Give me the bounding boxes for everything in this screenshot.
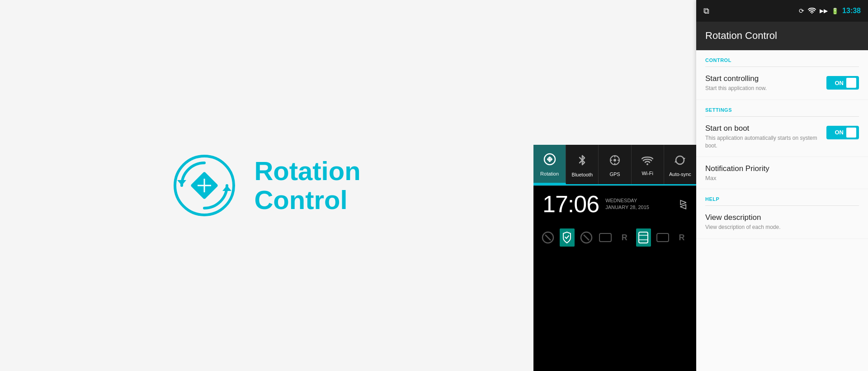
wifi-qs-icon — [642, 155, 653, 168]
autosync-qs-icon — [674, 154, 686, 169]
notif-icon-4 — [598, 228, 613, 247]
phone-section: Rotation Bluetooth — [533, 0, 696, 371]
rotation-qs-icon — [543, 153, 556, 168]
help-section: HELP View description View description o… — [696, 189, 868, 239]
clock-section: 17:06 WEDNESDAY JANUARY 28, 2015 ⧎ — [533, 186, 696, 222]
svg-point-11 — [613, 159, 616, 162]
notif-icon-8: R — [675, 228, 689, 247]
qs-wifi[interactable]: Wi-Fi — [632, 145, 664, 184]
svg-rect-23 — [599, 233, 611, 242]
view-description-text: View description View description of eac… — [705, 213, 859, 231]
start-on-boot-item[interactable]: Start on boot This application automatic… — [696, 117, 868, 157]
svg-point-16 — [646, 163, 648, 165]
status-left-icons: ⧉ — [703, 6, 709, 16]
notif-icon-7 — [656, 228, 670, 247]
toggle-knob-1 — [846, 78, 856, 88]
notif-icon-2 — [560, 228, 574, 247]
svg-marker-17 — [683, 158, 685, 160]
start-controlling-item[interactable]: Start controlling Start this application… — [696, 67, 868, 100]
start-controlling-title: Start controlling — [705, 74, 819, 83]
settings-section-label: SETTINGS — [696, 100, 868, 116]
start-on-boot-title: Start on boot — [705, 124, 819, 133]
clock-time: 17:06 — [542, 190, 599, 218]
notification-priority-title: Notification Priority — [705, 164, 852, 173]
quick-settings-bar: Rotation Bluetooth — [533, 145, 696, 184]
signal-icon: ▶▶ — [820, 8, 828, 14]
gps-qs-icon — [609, 154, 621, 169]
svg-marker-1 — [177, 180, 186, 186]
start-on-boot-toggle[interactable]: ON — [826, 126, 859, 139]
clock-date: WEDNESDAY JANUARY 28, 2015 — [605, 197, 649, 211]
wifi-status-icon — [808, 7, 816, 15]
svg-rect-27 — [657, 233, 669, 242]
svg-marker-2 — [222, 186, 231, 191]
app-title-bar: Rotation Control — [696, 22, 868, 50]
logo-text: Rotation Control — [254, 157, 360, 214]
start-on-boot-desc: This application automatically starts on… — [705, 134, 819, 150]
settings-panel: ⧉ ⟳ ▶▶ 🔋 13:38 Rotation Control CONTROL — [696, 0, 868, 371]
qs-bluetooth[interactable]: Bluetooth — [566, 145, 599, 184]
qs-gps-label: GPS — [609, 171, 620, 177]
qs-rotation-label: Rotation — [540, 171, 559, 176]
qs-wifi-label: Wi-Fi — [642, 171, 653, 176]
svg-marker-18 — [675, 160, 677, 162]
settings-section: SETTINGS Start on boot This application … — [696, 100, 868, 190]
start-controlling-toggle[interactable]: ON — [826, 76, 859, 90]
view-description-title: View description — [705, 213, 852, 222]
start-on-boot-text: Start on boot This application automatic… — [705, 124, 826, 150]
notif-icon-6 — [636, 228, 651, 247]
clock-adjust-icon[interactable]: ⧎ — [679, 198, 687, 210]
svg-rect-24 — [639, 232, 648, 243]
status-time: 13:38 — [842, 7, 861, 15]
view-description-item[interactable]: View description View description of eac… — [696, 206, 868, 239]
qs-autosync-label: Auto-sync — [669, 171, 691, 177]
status-right: ⟳ ▶▶ 🔋 13:38 — [799, 7, 861, 15]
notification-priority-item[interactable]: Notification Priority Max — [696, 157, 868, 189]
start-on-boot-toggle-label: ON — [835, 129, 844, 136]
qs-autosync[interactable]: Auto-sync — [664, 145, 696, 184]
qs-rotation[interactable]: Rotation — [533, 145, 566, 184]
status-bar: ⧉ ⟳ ▶▶ 🔋 13:38 — [696, 0, 868, 22]
qs-gps[interactable]: GPS — [599, 145, 631, 184]
app-title: Rotation Control — [705, 30, 777, 41]
svg-line-20 — [545, 235, 551, 240]
app-logo-icon — [173, 154, 236, 217]
start-controlling-desc: Start this application now. — [705, 85, 819, 92]
help-section-label: HELP — [696, 189, 868, 205]
view-description-desc: View description of each mode. — [705, 224, 852, 231]
rotate-status-icon: ⟳ — [799, 7, 804, 14]
copy-icon: ⧉ — [703, 6, 709, 16]
notif-icon-1 — [541, 228, 555, 247]
svg-point-28 — [811, 12, 812, 13]
control-section: CONTROL Start controlling Start this app… — [696, 50, 868, 100]
notif-icon-3 — [579, 228, 594, 247]
start-controlling-text: Start controlling Start this application… — [705, 74, 826, 92]
notification-row: R R — [533, 222, 696, 253]
logo-section: Rotation Control — [0, 0, 533, 371]
svg-line-22 — [584, 235, 589, 240]
control-section-label: CONTROL — [696, 50, 868, 67]
logo-container: Rotation Control — [173, 154, 360, 217]
bluetooth-qs-icon — [577, 154, 587, 169]
notification-priority-value: Max — [705, 175, 852, 181]
toggle-knob-2 — [846, 128, 856, 138]
notif-icon-5: R — [617, 228, 632, 247]
qs-bluetooth-label: Bluetooth — [572, 172, 593, 177]
notification-priority-text: Notification Priority Max — [705, 164, 859, 181]
battery-icon: 🔋 — [831, 8, 839, 14]
phone-screen: Rotation Bluetooth — [533, 145, 696, 371]
start-controlling-toggle-label: ON — [835, 80, 844, 86]
